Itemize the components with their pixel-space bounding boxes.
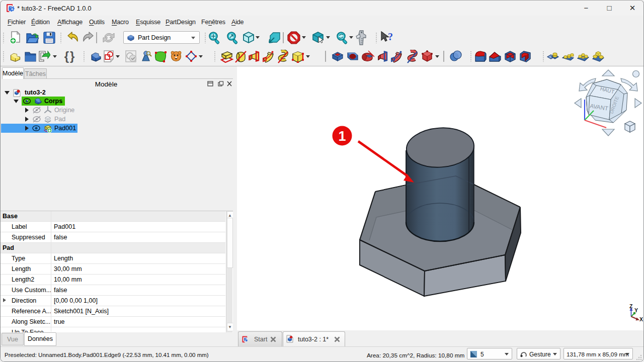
svg-text:Z: Z xyxy=(629,303,633,309)
svg-text:X: X xyxy=(639,316,643,322)
svg-text:1: 1 xyxy=(338,129,346,144)
svg-text:?: ? xyxy=(388,31,393,42)
svg-text:Y: Y xyxy=(634,307,638,313)
